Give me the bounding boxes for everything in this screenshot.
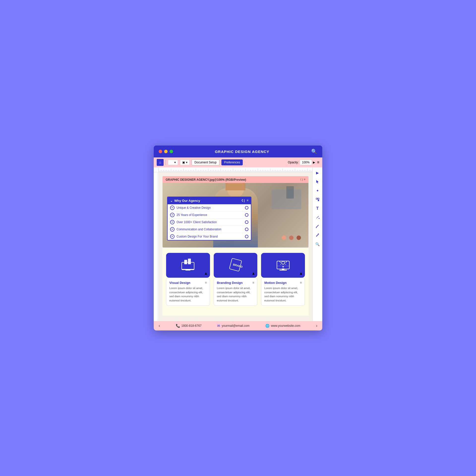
cursor-icon-3: ▲ [299,271,303,276]
svg-point-150 [282,261,285,264]
opacity-value[interactable]: 100% [300,160,312,165]
layer-name-4: Communication and Collaboration [177,228,245,231]
cursor-icon-2: ▲ [251,271,255,276]
layer-eye-3[interactable]: 👁 [170,220,175,224]
select-value [170,161,173,164]
email-icon: ✉ [217,324,220,328]
motion-design-title: Motion Design [264,281,287,285]
layer-eye-4[interactable]: 👁 [170,227,175,232]
pointer-tool[interactable] [314,178,321,185]
phone-icon: 📞 [176,324,180,328]
home-button[interactable]: ⌂ [157,159,164,166]
footer-next-button[interactable]: › [316,324,317,328]
svg-rect-155 [316,198,317,199]
chevron-down-icon-2: ▾ [186,161,187,164]
ruler-svg-vertical: // Will be generated by JS below [154,172,159,321]
services-icons-grid: ▲ Visual Design ≡ Lorem ipsum dolor sit … [166,253,305,306]
svg-rect-144 [188,259,191,264]
menu-icon[interactable]: ≡ [317,160,319,165]
footer-website-item: 🌐 www.yourwebsite.com [265,324,300,328]
svg-text:BRAND: BRAND [233,263,243,268]
doc-controls: 《 | ≡ [299,178,305,181]
shape-icon: ▣ [182,161,185,164]
visual-design-icon-card: ▲ [166,253,210,278]
doc-collapse-icon[interactable]: 《 | [299,178,303,181]
design-document: GRAPHIC DESIGNER AGENCY.jpg@100% (RGB/Pr… [162,176,309,248]
branding-design-icon-card: BRAND ▲ [214,253,258,278]
layers-collapse-icon[interactable]: 《 | [240,199,245,203]
website-icon: 🌐 [265,324,269,328]
ruler-left: // Will be generated by JS below [154,172,159,321]
footer-prev-button[interactable]: ‹ [159,324,160,328]
color-dot-1 [282,236,286,240]
canvas-wrapper: GRAPHIC DESIGNER AGENCY.jpg@100% (RGB/Pr… [159,167,312,321]
layer-eye-1[interactable]: 👁 [170,206,175,210]
zoom-tool[interactable]: 🔍 [314,241,321,248]
app-window: GRAPHIC DESIGN AGENCY 🔍 ⌂ ▾ ▣ ▾ Document… [154,146,322,330]
footer-email-item: ✉ yourmail@email.com [217,324,249,328]
shape-select[interactable]: ▣ ▾ [180,160,190,165]
branding-design-title: Branding Design [217,281,243,285]
window-controls [159,150,173,153]
canvas-inner: GRAPHIC DESIGNER AGENCY.jpg@100% (RGB/Pr… [159,172,312,321]
motion-design-section: ▲ Motion Design ≡ Lorem ipsum dolor sit … [261,253,305,306]
layers-header: ⌄ Why Our Agency 《 | ≡ [168,197,251,204]
svg-point-154 [282,266,284,268]
brush-tool[interactable] [314,232,321,239]
layer-row-5: 👁 Custom Design For Your Brand [168,233,251,240]
document-setup-button[interactable]: Document Setup [192,159,219,165]
layer-radio-1[interactable] [245,206,248,209]
visual-design-icon [180,257,195,273]
doc-title: GRAPHIC DESIGNER AGENCY.jpg@100% (RGB/Pr… [166,178,246,181]
footer: ‹ 📞 1800-818-6767 ✉ yourmail@email.com 🌐… [154,321,322,330]
opacity-label: Opacity: [288,161,299,164]
footer-website: www.yourwebsite.com [271,324,300,327]
visual-design-title: Visual Design [169,281,190,285]
motion-design-desc: Lorem ipsum dolor sit amet, consectetuer… [264,286,302,302]
preferences-button[interactable]: Preferences [221,159,243,165]
layer-row-3: 👁 Over 1000+ Client Satisfaction [168,219,251,226]
color-dots [282,236,301,240]
text-tool[interactable]: T [314,205,321,212]
layer-select[interactable]: ▾ [168,160,178,165]
motion-design-menu-icon[interactable]: ≡ [300,281,302,285]
ruler-corner [154,167,159,172]
select-tool[interactable]: ▶ [314,169,321,176]
color-dot-2 [289,236,294,240]
doc-menu-icon[interactable]: ≡ [304,178,305,181]
pen-tool[interactable] [314,223,321,230]
layer-radio-2[interactable] [245,213,248,217]
pen-add-tool[interactable] [314,214,321,221]
layer-eye-5[interactable]: 👁 [170,234,175,239]
branding-design-desc: Lorem ipsum dolor sit amet, consectetuer… [217,286,254,302]
opacity-arrow[interactable]: ▶ [313,161,315,164]
visual-design-menu-icon[interactable]: ≡ [205,281,207,285]
layer-name-3: Over 1000+ Client Satisfaction [177,220,245,224]
motion-design-text-card: Motion Design ≡ Lorem ipsum dolor sit am… [261,278,305,306]
layer-radio-4[interactable] [245,228,248,231]
close-button[interactable] [159,150,162,153]
magic-wand-tool[interactable]: ✦ [314,187,321,194]
footer-phone: 1800-818-6767 [181,324,202,327]
search-icon[interactable]: 🔍 [311,149,317,154]
visual-design-section: ▲ Visual Design ≡ Lorem ipsum dolor sit … [166,253,210,306]
footer-phone-item: 📞 1800-818-6767 [176,324,202,328]
svg-rect-143 [184,260,187,264]
layer-radio-5[interactable] [245,235,248,238]
visual-design-text-card: Visual Design ≡ Lorem ipsum dolor sit am… [166,278,210,306]
svg-point-160 [316,236,317,237]
transform-tool[interactable] [314,196,321,203]
layers-title: Why Our Agency [174,199,200,203]
layers-menu-icon[interactable]: ≡ [247,199,248,203]
branding-design-menu-icon[interactable]: ≡ [252,281,254,285]
maximize-button[interactable] [170,150,173,153]
content-area: // Will be generated by JS below GRAPHIC… [154,167,322,321]
layer-eye-2[interactable]: 👁 [170,213,175,217]
layer-radio-3[interactable] [245,220,248,224]
window-title: GRAPHIC DESIGN AGENCY [215,149,269,154]
services-section: ▲ Visual Design ≡ Lorem ipsum dolor sit … [162,248,309,316]
layers-chevron-icon[interactable]: ⌄ [170,199,173,203]
ruler-svg-horizontal [159,167,312,172]
home-icon: ⌂ [159,160,161,164]
minimize-button[interactable] [164,150,168,153]
